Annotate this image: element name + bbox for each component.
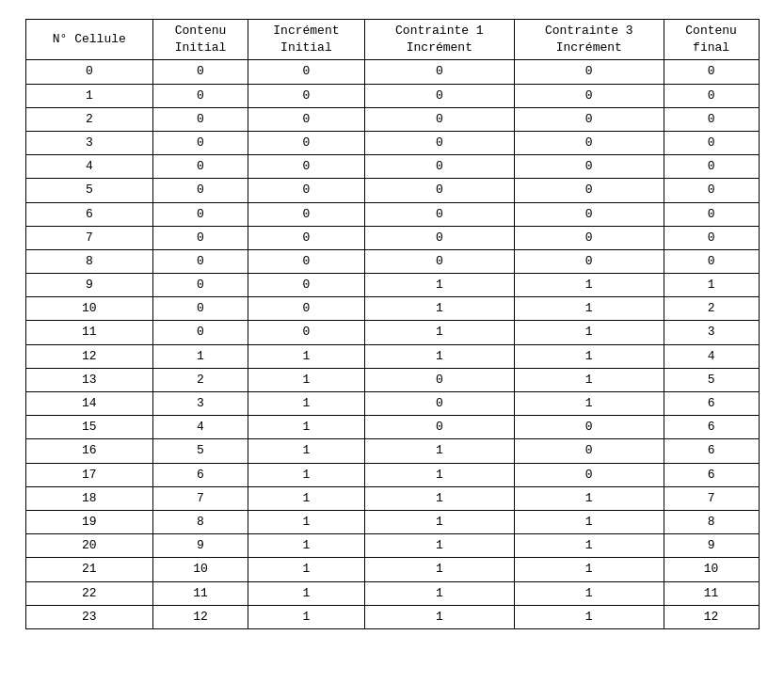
cell-contenu-initial: 0 <box>153 107 248 131</box>
col-header-contrainte1: Contrainte 1Incrément <box>364 20 514 60</box>
cell-num: 3 <box>25 131 153 154</box>
cell-contrainte1: 1 <box>364 344 514 368</box>
cell-contrainte3: 0 <box>514 249 664 273</box>
table-row: 800000 <box>25 249 759 273</box>
cell-contrainte3: 0 <box>514 416 664 439</box>
cell-contenu-initial: 0 <box>153 84 248 107</box>
cell-contenu-final: 11 <box>664 581 759 605</box>
cell-contrainte3: 1 <box>514 297 664 321</box>
cell-contrainte1: 1 <box>364 439 514 463</box>
cell-num: 1 <box>25 84 153 107</box>
cell-contenu-initial: 0 <box>153 179 248 202</box>
table-row: 221111111 <box>25 581 759 605</box>
cell-num: 10 <box>25 297 153 321</box>
cell-contrainte3: 1 <box>514 344 664 368</box>
cell-increment-initial: 0 <box>248 274 364 297</box>
cell-increment-initial: 1 <box>248 510 364 533</box>
cell-contrainte1: 0 <box>364 84 514 107</box>
cell-increment-initial: 1 <box>248 344 364 368</box>
cell-contenu-final: 0 <box>664 179 759 202</box>
cell-contenu-initial: 6 <box>153 463 248 486</box>
cell-num: 14 <box>25 392 153 416</box>
cell-num: 0 <box>25 60 153 84</box>
cell-contrainte1: 0 <box>364 249 514 273</box>
cell-num: 12 <box>25 344 153 368</box>
col-header-num-cellule: N° Cellule <box>25 20 153 60</box>
cell-num: 16 <box>25 439 153 463</box>
table-row: 231211112 <box>25 605 759 628</box>
cell-increment-initial: 1 <box>248 486 364 510</box>
cell-contenu-final: 6 <box>664 416 759 439</box>
cell-contrainte3: 1 <box>514 605 664 628</box>
cell-increment-initial: 1 <box>248 416 364 439</box>
cell-num: 9 <box>25 274 153 297</box>
cell-contrainte3: 0 <box>514 179 664 202</box>
cell-contrainte1: 1 <box>364 534 514 558</box>
cell-contrainte1: 0 <box>364 179 514 202</box>
cell-contrainte1: 0 <box>364 131 514 154</box>
table-row: 100000 <box>25 84 759 107</box>
table-row: 1981118 <box>25 510 759 533</box>
cell-contrainte3: 0 <box>514 84 664 107</box>
table-row: 1651106 <box>25 439 759 463</box>
table-row: 400000 <box>25 155 759 179</box>
cell-contrainte3: 1 <box>514 392 664 416</box>
cell-contrainte1: 1 <box>364 321 514 344</box>
cell-contenu-initial: 9 <box>153 534 248 558</box>
cell-contenu-final: 1 <box>664 274 759 297</box>
cell-contrainte3: 1 <box>514 510 664 533</box>
cell-num: 7 <box>25 226 153 249</box>
cell-contenu-final: 8 <box>664 510 759 533</box>
cell-num: 19 <box>25 510 153 533</box>
cell-contenu-final: 9 <box>664 534 759 558</box>
col-header-contenu-final: Contenufinal <box>664 20 759 60</box>
cell-contenu-final: 6 <box>664 439 759 463</box>
cell-contenu-final: 3 <box>664 321 759 344</box>
cell-contrainte3: 1 <box>514 581 664 605</box>
cell-contrainte1: 0 <box>364 60 514 84</box>
cell-contrainte1: 1 <box>364 581 514 605</box>
cell-contenu-initial: 0 <box>153 155 248 179</box>
cell-num: 15 <box>25 416 153 439</box>
table-container: N° Cellule ContenuInitial IncrémentIniti… <box>9 9 775 639</box>
cell-increment-initial: 1 <box>248 581 364 605</box>
data-table: N° Cellule ContenuInitial IncrémentIniti… <box>25 19 760 629</box>
cell-contrainte1: 0 <box>364 155 514 179</box>
cell-contrainte1: 1 <box>364 297 514 321</box>
cell-contrainte3: 1 <box>514 368 664 391</box>
cell-contenu-initial: 2 <box>153 368 248 391</box>
cell-num: 23 <box>25 605 153 628</box>
cell-contrainte3: 1 <box>514 558 664 581</box>
table-row: 1100113 <box>25 321 759 344</box>
table-row: 000000 <box>25 60 759 84</box>
cell-num: 22 <box>25 581 153 605</box>
cell-contenu-initial: 0 <box>153 274 248 297</box>
cell-num: 13 <box>25 368 153 391</box>
cell-increment-initial: 0 <box>248 131 364 154</box>
table-body: 0000001000002000003000004000005000006000… <box>25 60 759 629</box>
table-row: 200000 <box>25 107 759 131</box>
cell-contrainte1: 1 <box>364 510 514 533</box>
cell-increment-initial: 1 <box>248 368 364 391</box>
cell-contenu-initial: 11 <box>153 581 248 605</box>
cell-contrainte1: 1 <box>364 605 514 628</box>
cell-contrainte1: 0 <box>364 368 514 391</box>
cell-contrainte1: 1 <box>364 463 514 486</box>
cell-increment-initial: 0 <box>248 202 364 226</box>
cell-contrainte1: 0 <box>364 416 514 439</box>
cell-contenu-final: 0 <box>664 249 759 273</box>
cell-num: 11 <box>25 321 153 344</box>
cell-contrainte1: 0 <box>364 202 514 226</box>
col-header-contenu-initial: ContenuInitial <box>153 20 248 60</box>
cell-increment-initial: 0 <box>248 321 364 344</box>
cell-num: 2 <box>25 107 153 131</box>
cell-contenu-initial: 10 <box>153 558 248 581</box>
cell-increment-initial: 1 <box>248 534 364 558</box>
cell-contrainte3: 0 <box>514 463 664 486</box>
cell-increment-initial: 1 <box>248 558 364 581</box>
cell-contenu-final: 2 <box>664 297 759 321</box>
cell-contenu-initial: 8 <box>153 510 248 533</box>
cell-contenu-initial: 0 <box>153 226 248 249</box>
cell-increment-initial: 0 <box>248 297 364 321</box>
col-header-contrainte3: Contrainte 3Incrément <box>514 20 664 60</box>
